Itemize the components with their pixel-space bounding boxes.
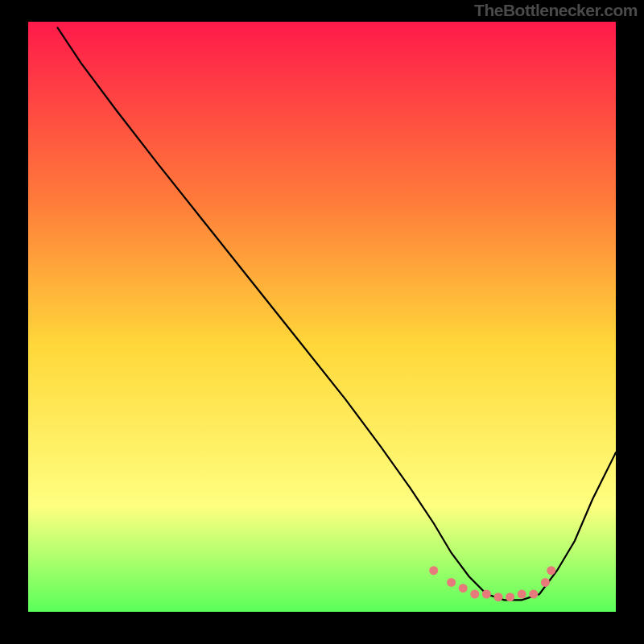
highlight-dot <box>447 578 456 587</box>
chart-frame: TheBottlenecker.com <box>0 0 644 644</box>
highlight-dot <box>459 584 468 592</box>
highlight-dot <box>547 566 555 575</box>
watermark-text: TheBottlenecker.com <box>474 1 638 20</box>
bottleneck-chart <box>0 0 644 644</box>
highlight-dot <box>529 590 538 599</box>
highlight-dot <box>518 590 526 599</box>
highlight-dot <box>429 566 438 575</box>
highlight-dot <box>494 592 503 601</box>
highlight-dot <box>482 590 491 599</box>
highlight-dot <box>506 592 514 601</box>
highlight-dot <box>470 590 479 599</box>
highlight-dot <box>541 578 550 587</box>
